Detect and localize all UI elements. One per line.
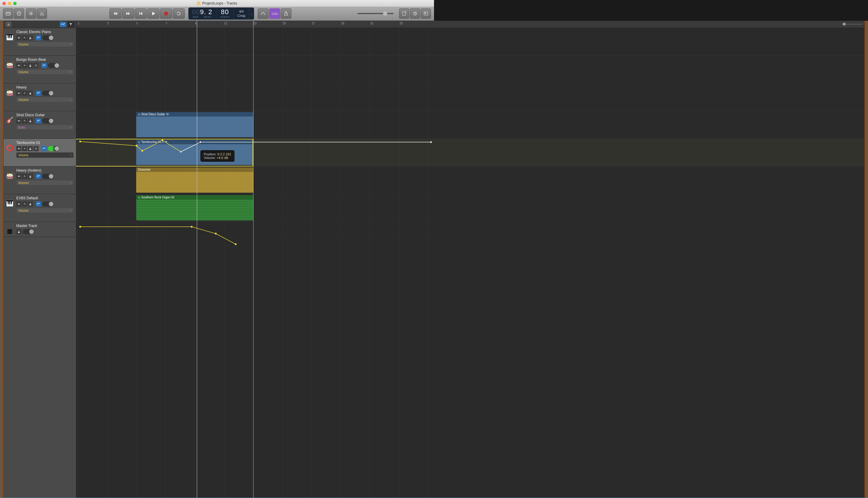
close-icon[interactable]: [2, 2, 6, 5]
track-header[interactable]: 🎹 EVB3 Default Volume◇: [4, 194, 76, 222]
lock-button[interactable]: [28, 174, 33, 179]
lock-button[interactable]: [16, 229, 22, 234]
go-to-start-button[interactable]: [135, 9, 147, 19]
solo-button[interactable]: [22, 91, 27, 96]
automation-curve-button[interactable]: [258, 9, 269, 19]
svg-point-19: [35, 65, 37, 67]
mute-button[interactable]: [16, 146, 22, 151]
forward-button[interactable]: [122, 9, 134, 19]
automation-view-button[interactable]: [60, 22, 66, 27]
svg-rect-32: [29, 176, 31, 178]
cycle-button[interactable]: [173, 9, 185, 19]
automation-line-master[interactable]: [76, 28, 434, 249]
svg-point-46: [191, 226, 193, 227]
tooltip-position-label: Position:: [204, 152, 216, 156]
lcd-key[interactable]: Cmaj: [238, 14, 245, 18]
library-button[interactable]: [3, 9, 13, 19]
record-button[interactable]: [160, 9, 172, 19]
automation-mode-button[interactable]: [36, 91, 41, 96]
scissors-button[interactable]: [37, 9, 47, 19]
solo-button[interactable]: [22, 35, 27, 40]
settings-button[interactable]: [26, 9, 36, 19]
mute-button[interactable]: [16, 201, 22, 207]
lock-button[interactable]: [28, 91, 33, 96]
ruler-number: 17: [311, 22, 315, 25]
automation-param-selector[interactable]: Volume◇: [16, 208, 74, 213]
track-enable-toggle[interactable]: [42, 174, 54, 179]
automation-mode-button[interactable]: [42, 63, 47, 68]
lcd-tempo[interactable]: 80: [221, 9, 229, 15]
media-button[interactable]: [421, 9, 431, 19]
track-header[interactable]: ⭕ Tambourine 01 Volume◇: [4, 139, 76, 167]
mute-button[interactable]: [16, 63, 22, 68]
ruler[interactable]: 1357911131517192123: [76, 21, 434, 28]
track-header[interactable]: 🥁 Heavy Volume◇: [4, 83, 76, 111]
ruler-number: 23: [399, 22, 403, 25]
track-enable-toggle[interactable]: [42, 118, 54, 123]
lock-button[interactable]: [28, 201, 33, 207]
solo-button[interactable]: [22, 118, 27, 123]
track-header[interactable]: 🎸 Strat Disco Guitar Echo◇: [4, 111, 76, 139]
lock-button[interactable]: [28, 35, 33, 40]
track-enable-toggle[interactable]: [48, 63, 59, 68]
solo-button[interactable]: [22, 201, 27, 207]
automation-mode-button[interactable]: [36, 174, 41, 179]
track-header[interactable]: 🥁 Heavy (Anders) Amount◇: [4, 167, 76, 194]
instrument-icon: ▦: [5, 224, 14, 238]
solo-button[interactable]: [22, 146, 27, 151]
mute-button[interactable]: [16, 174, 22, 179]
automation-param-selector[interactable]: Volume◇: [16, 69, 74, 75]
zoom-icon[interactable]: [13, 2, 16, 5]
automation-mode-button[interactable]: [36, 201, 41, 207]
track-header[interactable]: ▦ Master Track: [4, 222, 76, 237]
track-enable-toggle[interactable]: [48, 146, 59, 151]
count-in-label: 1234: [271, 12, 278, 15]
loops-button[interactable]: [410, 9, 420, 19]
automation-param-selector[interactable]: Volume◇: [16, 41, 74, 47]
record-enable-button[interactable]: [34, 146, 39, 151]
automation-param-selector[interactable]: Volume◇: [16, 152, 74, 158]
track-headers-column: + 🎹 Classic Electric Piano Volume◇ 🥁 Bon…: [4, 21, 76, 249]
lcd-display[interactable]: 009. 2 BARBEAT 80 TEMPO 4/4 Cmaj ⌄: [188, 8, 254, 19]
window-title: ProjectLoops - Tracks: [202, 1, 237, 5]
track-enable-toggle[interactable]: [23, 229, 34, 234]
track-enable-toggle[interactable]: [42, 201, 54, 207]
play-button[interactable]: [148, 9, 159, 19]
automation-mode-button[interactable]: [36, 35, 41, 40]
track-filter-button[interactable]: [67, 22, 74, 27]
lock-button[interactable]: [28, 118, 33, 123]
minimize-icon[interactable]: [8, 2, 11, 5]
track-enable-toggle[interactable]: [42, 35, 54, 40]
solo-button[interactable]: [22, 63, 27, 68]
automation-mode-button[interactable]: [42, 146, 47, 151]
mute-button[interactable]: [16, 91, 22, 96]
automation-tooltip: Position: 9.2.2.161 Volume: +4.6 dB: [201, 150, 234, 162]
mute-button[interactable]: [16, 118, 22, 123]
automation-mode-button[interactable]: [36, 118, 41, 123]
instrument-icon: 🎸: [5, 113, 14, 127]
lcd-time-signature[interactable]: 4/4: [239, 9, 243, 14]
track-header[interactable]: 🎹 Classic Electric Piano Volume◇: [4, 28, 76, 56]
record-enable-button[interactable]: [34, 63, 39, 68]
timeline-area[interactable]: 1357911131517192123 ◇ Strat Disco Guitar…: [76, 21, 434, 249]
automation-param-selector[interactable]: Echo◇: [16, 124, 74, 130]
notepad-button[interactable]: [399, 9, 409, 19]
ruler-number: 15: [282, 22, 286, 25]
lcd-chevron-icon[interactable]: ⌄: [249, 8, 254, 19]
metronome-button[interactable]: [281, 9, 291, 19]
automation-param-selector[interactable]: Amount◇: [16, 180, 74, 185]
track-header[interactable]: 🥁 Bongo Room Beat Volume◇: [4, 56, 76, 83]
tooltip-volume-value: +4.6 dB: [217, 156, 228, 160]
master-volume-slider[interactable]: [357, 13, 394, 14]
automation-param-selector[interactable]: Volume◇: [16, 97, 74, 102]
solo-button[interactable]: [22, 174, 27, 179]
svg-rect-15: [29, 38, 31, 39]
lock-button[interactable]: [28, 146, 33, 151]
rewind-button[interactable]: [110, 9, 122, 19]
mute-button[interactable]: [16, 35, 22, 40]
track-enable-toggle[interactable]: [42, 91, 54, 96]
lock-button[interactable]: [28, 63, 33, 68]
count-in-button[interactable]: 1234: [269, 9, 280, 19]
add-track-button[interactable]: +: [5, 22, 11, 27]
help-button[interactable]: ?: [14, 9, 24, 19]
